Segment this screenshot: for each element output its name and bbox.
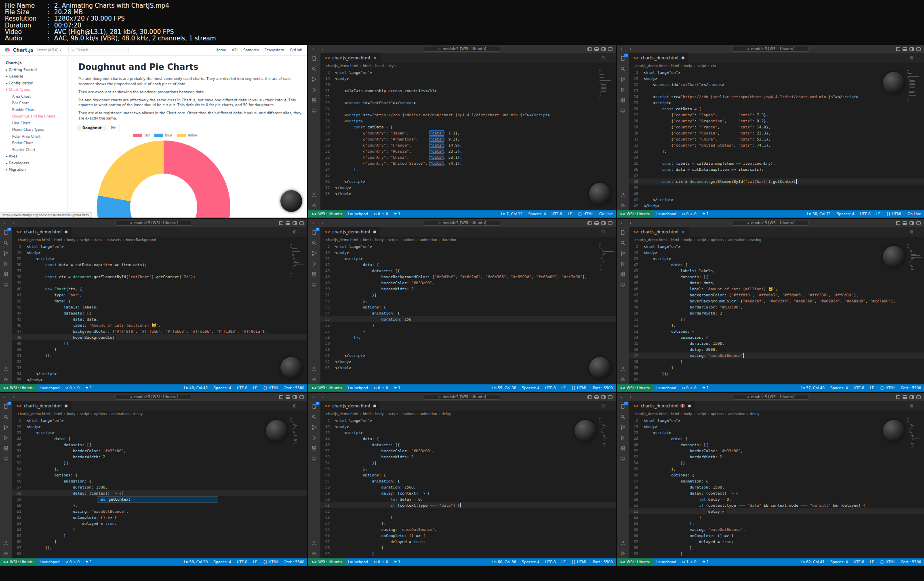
toggle-panel-icon[interactable] (286, 395, 290, 399)
code-line[interactable]: 32 {"country": "China", "cats": 53.1}, (320, 154, 615, 160)
status-encoding[interactable]: UTF-8 (234, 560, 250, 564)
code-line[interactable]: 39 (12, 280, 307, 286)
code-line[interactable]: 61 </script> (320, 352, 615, 359)
command-center[interactable]: module5 [WSL: Ubuntu] (732, 220, 809, 226)
code-line[interactable]: 25 <script> (12, 430, 307, 436)
breadcrumb-segment[interactable]: easing (750, 238, 761, 242)
search-icon[interactable] (311, 240, 318, 246)
code-line[interactable]: 68 (12, 551, 307, 557)
thumbnail-vscode-3[interactable]: ←→module5 [WSL: Ubuntu]1<>chartjs_demo.h… (0, 219, 307, 392)
code-line[interactable]: 24 <script src="https://cdn.jsdelivr.net… (629, 94, 924, 100)
code-line[interactable]: 62 (320, 508, 615, 514)
code-line[interactable]: 56 } (320, 322, 615, 328)
more-actions-icon[interactable]: ⋯ (608, 56, 612, 60)
status-problems[interactable]: ⊘ 1 ⚠ 0 (679, 560, 699, 564)
run-debug-icon[interactable] (620, 261, 626, 267)
code-line[interactable]: 25 <script> (12, 256, 307, 262)
extensions-icon[interactable] (311, 445, 318, 452)
remote-indicator[interactable]: ><WSL: Ubuntu (617, 210, 654, 218)
breadcrumb-segment[interactable]: chartjs_demo.html (18, 238, 50, 242)
toggle-panel-icon[interactable] (594, 47, 599, 51)
tab-chartjs-demo[interactable]: <>chartjs_demo.html (320, 227, 380, 237)
code-editor[interactable]: 2<html lang="en">19<body>25 <script>44 d… (320, 417, 615, 558)
breadcrumb-segment[interactable]: options (711, 238, 724, 242)
breadcrumb-segment[interactable]: script (80, 238, 90, 242)
breadcrumb-segment[interactable]: delay (750, 412, 759, 416)
breadcrumb-segment[interactable]: script (80, 412, 90, 416)
split-editor-icon[interactable]: ⊞ (910, 56, 913, 60)
code-line[interactable]: 39 (629, 185, 924, 191)
code-line[interactable]: 68 } (320, 545, 615, 551)
command-center[interactable]: module5 [WSL: Ubuntu] (424, 46, 501, 52)
toggle-panel-icon[interactable] (903, 47, 907, 51)
code-line[interactable]: 54 }] (320, 460, 615, 466)
toggle-sidebar-icon[interactable] (279, 395, 283, 399)
nav-forward-icon[interactable]: → (11, 395, 14, 399)
status-language[interactable]: {} HTML (568, 386, 590, 390)
source-control-icon[interactable] (620, 250, 626, 257)
code-line[interactable]: 52 }, (629, 322, 924, 328)
nav-back-icon[interactable]: ← (621, 47, 624, 51)
code-line[interactable]: 47 backgroundColor: ['#fff8f0', '#ffe6b3… (629, 292, 924, 298)
code-line[interactable]: 64 }, (320, 520, 615, 526)
code-line[interactable]: 38 const ctx = document.getElementById('… (12, 274, 307, 280)
status-ports[interactable]: ⚑ 1 (82, 386, 95, 390)
code-line[interactable]: 51 }); (12, 352, 307, 359)
modified-dot-icon[interactable] (688, 405, 691, 407)
command-center[interactable]: module5 [WSL: Ubuntu] (424, 220, 501, 226)
run-debug-icon[interactable] (3, 261, 9, 267)
status-cursor-position[interactable]: Ln 55, Col 38 (489, 386, 519, 390)
code-line[interactable]: 23 (629, 88, 924, 94)
breadcrumb-segment[interactable]: options (711, 412, 724, 416)
code-editor[interactable]: 2<html lang="en">19<body>22 <canvas id="… (629, 69, 924, 210)
code-line[interactable]: 45 data: data, (629, 280, 924, 286)
status-ports[interactable]: ⚑ 1 (391, 386, 403, 390)
customize-layout-icon[interactable] (916, 221, 921, 225)
explorer-icon[interactable] (620, 229, 626, 236)
breadcrumb-segment[interactable]: script (697, 238, 706, 242)
code-line[interactable]: 27 {"country": "Japan", "cats": 7.3}, (629, 112, 924, 118)
status-language[interactable]: {} HTML (260, 560, 281, 564)
toggle-secondary-sidebar-icon[interactable] (909, 47, 914, 51)
status-cursor-position[interactable]: Ln 58, Col 39 (181, 560, 210, 564)
account-icon[interactable] (620, 540, 626, 546)
doughnut-chart[interactable] (97, 141, 230, 218)
code-line[interactable]: 42 data: { (320, 262, 615, 268)
code-line[interactable]: 52 borderWidth: 2 (12, 454, 307, 460)
code-line[interactable]: 58 } (629, 359, 924, 365)
code-line[interactable]: 2<html lang="en"> (629, 243, 924, 250)
extensions-icon[interactable] (620, 97, 626, 104)
breadcrumb-segment[interactable]: html (363, 64, 370, 68)
code-line[interactable]: 34 ]; (320, 166, 615, 172)
code-line[interactable]: 2<html lang="en"> (320, 417, 615, 424)
explorer-icon[interactable]: 1 (620, 403, 626, 410)
breadcrumb-segment[interactable]: body (67, 412, 75, 416)
breadcrumb-segment[interactable]: body (67, 238, 75, 242)
code-line[interactable]: 43 labels: labels, (629, 268, 924, 274)
code-line[interactable]: 65 easing: 'easeOutBounce', (629, 526, 924, 533)
code-line[interactable]: 67 delayed = true; (629, 539, 924, 545)
account-icon[interactable] (311, 192, 318, 198)
code-line[interactable]: 63 delayed = true; (12, 520, 307, 526)
more-actions-icon[interactable]: ⋯ (608, 230, 612, 234)
settings-gear-icon[interactable] (311, 202, 318, 209)
code-line[interactable]: 22 (320, 94, 615, 100)
code-line[interactable]: 44 data: { (629, 436, 924, 442)
breadcrumb-segment[interactable]: body (375, 412, 384, 416)
code-line[interactable]: 32 {"country": "United States", "cats": … (629, 142, 924, 148)
nav-back-icon[interactable]: ← (312, 395, 316, 399)
code-line[interactable]: 63</html> (320, 365, 615, 371)
thumbnail-vscode-7[interactable]: ←→module5 [WSL: Ubuntu]1<>chartjs_demo.h… (308, 393, 615, 566)
thumbnail-chartjs-docs[interactable]: Chart.js Latest (4.5.0) ▾ Search HomeAPI… (0, 45, 307, 218)
toggle-sidebar-icon[interactable] (587, 395, 592, 399)
code-line[interactable]: 33 ]; (629, 148, 924, 154)
nav-link-home[interactable]: Home (215, 48, 226, 52)
code-line[interactable]: 63 } (629, 514, 924, 520)
more-actions-icon[interactable]: ⋯ (299, 230, 303, 234)
explorer-icon[interactable]: 1 (620, 55, 626, 62)
modified-dot-icon[interactable] (682, 57, 684, 59)
code-line[interactable]: 65 easing: 'easeOutBounce', (320, 526, 615, 533)
code-line[interactable]: 41 </script> (629, 197, 924, 203)
code-line[interactable]: 43 labels: labels, (12, 304, 307, 310)
customize-layout-icon[interactable] (299, 221, 304, 225)
